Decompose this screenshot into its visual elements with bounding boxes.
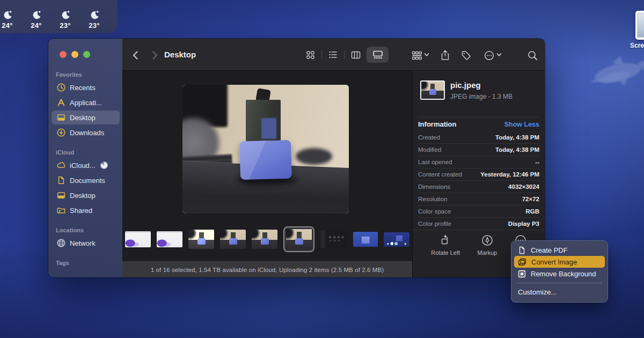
sidebar-item-label: Applicati... (70, 99, 102, 107)
zoom-button[interactable] (83, 51, 90, 58)
info-row-last-opened: Last opened-- (418, 156, 539, 168)
info-label: Created (418, 134, 440, 141)
desktop-window-icon (56, 113, 66, 122)
info-row-resolution: Resolution72×72 (418, 193, 539, 205)
document-icon (56, 175, 66, 185)
forward-button[interactable] (148, 48, 162, 62)
info-table: CreatedToday, 4:38 PM ModifiedToday, 4:3… (418, 131, 539, 230)
gallery-view-button[interactable] (367, 47, 389, 63)
cloud-icon (56, 160, 66, 170)
list-view-button[interactable] (322, 47, 344, 63)
quick-action-label: Markup (478, 249, 497, 256)
show-less-link[interactable]: Show Less (504, 121, 539, 128)
weather-widget[interactable]: 24° 24° 23° 23° (0, 0, 118, 33)
info-value: Display P3 (508, 221, 539, 227)
chevron-left-icon (132, 50, 138, 60)
menu-item-convert-image[interactable]: Convert Image (514, 256, 605, 268)
sidebar-item-icloud-drive[interactable]: iCloud... (52, 158, 120, 172)
moon-stars-icon (60, 10, 71, 20)
menu-item-remove-background[interactable]: Remove Background (514, 268, 605, 280)
temperature-label: 24° (2, 21, 12, 30)
markup-icon (481, 234, 493, 246)
sidebar-item-label: Desktop (70, 192, 96, 200)
menu-item-label: Remove Background (531, 270, 596, 278)
close-button[interactable] (60, 51, 67, 58)
sidebar-item-shared[interactable]: Shared (52, 203, 120, 217)
markup-button[interactable]: Markup (478, 230, 497, 261)
thumbnail-4[interactable] (220, 230, 246, 249)
photo-mouse (296, 148, 332, 165)
quick-actions-context-menu: Create PDF Convert Image Remove Backgrou… (511, 240, 608, 303)
weather-hour: 24° (0, 10, 22, 30)
info-row-created: CreatedToday, 4:38 PM (418, 131, 539, 143)
menu-separator (517, 283, 602, 283)
desktop-file-screenshot[interactable]: Scre (628, 11, 644, 49)
sidebar-item-recents[interactable]: Recents (52, 80, 120, 94)
column-view-button[interactable] (345, 47, 367, 63)
info-row-modified: ModifiedToday, 4:38 PM (418, 143, 539, 156)
dolphin-wallpaper-image (587, 49, 644, 93)
moon-stars-icon (89, 10, 100, 20)
menu-item-label: Convert Image (531, 258, 577, 266)
info-value: 72×72 (522, 196, 539, 202)
thumbnail-6-selected[interactable] (283, 226, 314, 252)
temperature-label: 23° (60, 21, 70, 30)
share-icon (441, 50, 450, 61)
info-value: Today, 4:38 PM (495, 134, 539, 141)
group-button[interactable] (410, 48, 424, 62)
file-meta: JPEG image - 1.3 MB (450, 93, 513, 100)
minimize-button[interactable] (71, 51, 78, 58)
search-button[interactable] (525, 48, 539, 62)
sidebar-item-label: iCloud... (70, 161, 96, 170)
tag-button[interactable] (459, 48, 473, 62)
information-title: Information (418, 120, 457, 128)
menu-item-create-pdf[interactable]: Create PDF (514, 244, 605, 256)
menu-item-customize[interactable]: Customize... (514, 286, 605, 298)
download-circle-icon (56, 128, 66, 137)
weather-hour: 23° (50, 10, 80, 30)
temperature-label: 23° (89, 21, 99, 30)
weather-hour: 24° (21, 10, 51, 30)
thumbnail-3[interactable] (188, 230, 214, 249)
remove-background-icon (518, 270, 526, 278)
more-actions-button[interactable] (482, 48, 496, 62)
file-thumbnail[interactable] (420, 80, 445, 100)
thumbnail-5[interactable] (252, 230, 277, 249)
sidebar-item-label: Downloads (70, 129, 104, 137)
sidebar-item-desktop[interactable]: Desktop (52, 111, 120, 124)
clock-icon (56, 83, 66, 92)
desktop-file-label: Scre (630, 42, 644, 49)
info-label: Color profile (418, 221, 451, 227)
sidebar-section-icloud: iCloud (56, 149, 74, 156)
rotate-left-icon (440, 234, 451, 246)
view-switcher (299, 47, 389, 63)
sidebar-item-network[interactable]: Network (52, 236, 120, 250)
icon-view-icon (306, 50, 315, 60)
temperature-label: 24° (31, 21, 41, 30)
icon-view-button[interactable] (299, 47, 321, 63)
traffic-lights (60, 51, 90, 58)
share-button[interactable] (438, 48, 452, 62)
thumbnail-9[interactable] (384, 232, 409, 247)
shared-folder-icon (56, 205, 66, 215)
thumbnail-7[interactable] (320, 231, 347, 248)
thumbnail-8[interactable] (353, 232, 378, 247)
search-icon (528, 50, 538, 61)
preview-image[interactable] (182, 85, 349, 214)
thumbnail-strip (122, 225, 412, 253)
back-button[interactable] (128, 48, 142, 62)
sidebar-item-documents[interactable]: Documents (52, 173, 120, 187)
moon-stars-icon (2, 10, 13, 20)
create-pdf-icon (518, 246, 526, 254)
rotate-left-button[interactable]: Rotate Left (431, 230, 460, 261)
sidebar-item-desktop-icloud[interactable]: Desktop (52, 188, 120, 202)
gallery-view-icon (372, 50, 383, 59)
sidebar-item-label: Recents (70, 84, 96, 92)
sidebar-item-downloads[interactable]: Downloads (52, 126, 120, 139)
thumbnail-2[interactable] (157, 231, 182, 247)
thumbnail-1[interactable] (125, 231, 151, 247)
status-bar: 1 of 16 selected, 1.54 TB available on i… (122, 261, 412, 277)
photo-box-label (261, 118, 276, 138)
sidebar-item-applications[interactable]: Applicati... (52, 95, 120, 109)
info-row-dimensions: Dimensions4032×3024 (418, 180, 539, 193)
